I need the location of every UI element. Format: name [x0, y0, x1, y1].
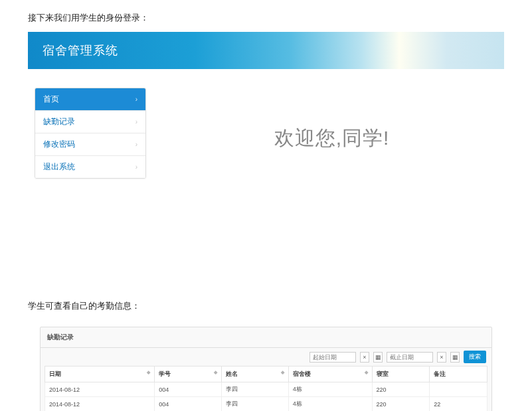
- intro-text-1: 接下来我们用学生的身份登录：: [0, 0, 532, 32]
- filter-bar: × ▦ × ▦ 搜索: [41, 348, 491, 363]
- chevron-right-icon: ›: [135, 118, 137, 125]
- col-label: 日期: [49, 370, 61, 377]
- sort-icon: ◆: [147, 370, 150, 375]
- cell-remark: [430, 382, 488, 397]
- col-sid[interactable]: 学号◆: [155, 367, 222, 382]
- cell-remark: 22: [430, 397, 488, 412]
- cell-date: 2014-08-12: [45, 397, 155, 412]
- sidebar: 首页 › 缺勤记录 › 修改密码 › 退出系统 ›: [35, 88, 146, 179]
- chevron-right-icon: ›: [135, 141, 137, 148]
- end-date-input[interactable]: [387, 352, 433, 363]
- sidebar-item-label: 首页: [43, 94, 59, 105]
- col-label: 宿舍楼: [293, 370, 311, 377]
- sort-icon: ◆: [365, 370, 368, 375]
- search-button[interactable]: 搜索: [464, 351, 486, 363]
- col-room[interactable]: 寝室: [372, 367, 430, 382]
- start-date-input[interactable]: [310, 352, 356, 363]
- cell-name: 李四: [221, 382, 288, 397]
- app-title: 宿舍管理系统: [43, 42, 118, 58]
- chevron-right-icon: ›: [135, 96, 137, 103]
- table-header-row: 日期◆ 学号◆ 姓名◆ 宿舍楼◆ 寝室 备注: [45, 367, 488, 382]
- intro-text-2: 学生可查看自己的考勤信息：: [0, 288, 532, 327]
- sidebar-item-absence[interactable]: 缺勤记录 ›: [35, 111, 145, 133]
- calendar-end-icon[interactable]: ▦: [450, 352, 460, 363]
- cell-name: 李四: [221, 397, 288, 412]
- cell-sid: 004: [155, 397, 222, 412]
- cell-room: 220: [372, 382, 430, 397]
- col-label: 姓名: [226, 370, 238, 377]
- attendance-panel: 缺勤记录 × ▦ × ▦ 搜索 日期◆ 学号◆ 姓名◆ 宿舍楼◆ 寝室 备注 2…: [40, 327, 492, 411]
- sidebar-item-logout[interactable]: 退出系统 ›: [35, 156, 145, 178]
- col-date[interactable]: 日期◆: [45, 367, 155, 382]
- col-name[interactable]: 姓名◆: [221, 367, 288, 382]
- cell-building: 4栋: [288, 382, 372, 397]
- table-row: 2014-08-12 004 李四 4栋 220 22: [45, 397, 488, 412]
- app-body: 首页 › 缺勤记录 › 修改密码 › 退出系统 › 欢迎您,同学!: [28, 69, 504, 215]
- attendance-table: 日期◆ 学号◆ 姓名◆ 宿舍楼◆ 寝室 备注 2014-08-12 004 李四…: [44, 366, 488, 411]
- cell-building: 4栋: [288, 397, 372, 412]
- clear-end-icon[interactable]: ×: [437, 352, 446, 363]
- sidebar-item-label: 缺勤记录: [43, 116, 75, 127]
- chevron-right-icon: ›: [135, 163, 137, 171]
- sort-icon: ◆: [214, 370, 217, 375]
- sidebar-item-password[interactable]: 修改密码 ›: [35, 133, 145, 156]
- sidebar-item-label: 修改密码: [43, 139, 75, 150]
- welcome-message: 欢迎您,同学!: [274, 125, 390, 179]
- app-header: 宿舍管理系统: [28, 32, 504, 69]
- clear-start-icon[interactable]: ×: [360, 352, 369, 363]
- sort-icon: ◆: [281, 370, 284, 375]
- col-remark[interactable]: 备注: [430, 367, 488, 382]
- panel-title: 缺勤记录: [41, 327, 491, 348]
- col-label: 备注: [434, 370, 446, 377]
- col-label: 学号: [159, 370, 171, 377]
- col-building[interactable]: 宿舍楼◆: [288, 367, 372, 382]
- cell-room: 220: [372, 397, 430, 412]
- cell-date: 2014-08-12: [45, 382, 155, 397]
- main-content: 欢迎您,同学!: [159, 88, 504, 215]
- calendar-start-icon[interactable]: ▦: [373, 352, 383, 363]
- col-label: 寝室: [377, 370, 389, 377]
- cell-sid: 004: [155, 382, 222, 397]
- sidebar-item-home[interactable]: 首页 ›: [35, 88, 145, 111]
- sidebar-item-label: 退出系统: [43, 161, 75, 173]
- table-row: 2014-08-12 004 李四 4栋 220: [45, 382, 488, 397]
